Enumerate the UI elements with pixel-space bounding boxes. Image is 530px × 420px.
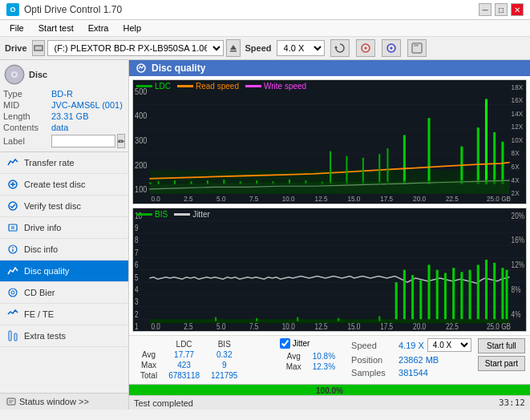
svg-rect-137	[477, 265, 479, 319]
svg-text:12.5: 12.5	[315, 322, 328, 331]
svg-marker-126	[149, 319, 509, 323]
disc-section: Disc Type BD-R MID JVC-AMS6L (001) Lengt…	[0, 60, 128, 152]
svg-text:0.0: 0.0	[151, 195, 160, 204]
svg-rect-66	[158, 181, 160, 184]
svg-text:20%: 20%	[512, 211, 524, 220]
close-button[interactable]: ✕	[511, 3, 524, 16]
nav-transfer-rate[interactable]: Transfer rate	[0, 152, 128, 174]
jitter-avg-val: 10.8%	[308, 352, 340, 361]
drive-info-icon	[6, 221, 19, 234]
refresh-button[interactable]	[330, 39, 350, 57]
progress-bar-container: 100.0%	[129, 384, 530, 395]
stats-col-bis: BIS	[206, 340, 242, 349]
speed-dropdown[interactable]: 4.0 X	[427, 338, 471, 352]
svg-text:18X: 18X	[512, 83, 524, 91]
svg-text:8: 8	[135, 236, 139, 244]
menu-file[interactable]: File	[3, 22, 30, 34]
svg-rect-77	[403, 135, 406, 184]
svg-point-24	[12, 247, 14, 248]
menu-help[interactable]: Help	[116, 22, 148, 34]
samples-row: Samples 381544	[351, 368, 471, 378]
read-speed-legend-label: Read speed	[196, 82, 239, 91]
jitter-checkbox[interactable]	[280, 338, 290, 349]
ldc-legend-label: LDC	[155, 82, 171, 91]
nav-items: Transfer rate Create test disc Verify te…	[0, 152, 128, 347]
nav-create-test-disc[interactable]: Create test disc	[0, 174, 128, 196]
speed-selector[interactable]: 4.0 X	[277, 40, 325, 56]
ldc-chart: LDC Read speed Write speed	[132, 79, 527, 204]
menu-extra[interactable]: Extra	[82, 22, 115, 34]
label-label: Label	[3, 136, 51, 146]
svg-text:10.0: 10.0	[282, 195, 295, 204]
disc-write-button[interactable]	[382, 39, 401, 57]
bis-legend-label: BIS	[155, 210, 168, 219]
start-part-button[interactable]: Start part	[478, 356, 525, 371]
transfer-rate-icon	[6, 156, 19, 169]
app-icon: O	[6, 3, 19, 16]
title-bar-controls: ─ □ ✕	[479, 3, 524, 16]
nav-disc-quality[interactable]: Disc quality	[0, 260, 128, 282]
type-value: BD-R	[51, 89, 125, 99]
ldc-chart-legend: LDC Read speed Write speed	[136, 82, 306, 91]
svg-text:4X: 4X	[512, 176, 520, 184]
disc-label-edit-button[interactable]: ✏	[117, 134, 125, 148]
main-content: Disc Type BD-R MID JVC-AMS6L (001) Lengt…	[0, 60, 530, 410]
svg-rect-127	[395, 282, 398, 319]
cd-bier-icon	[6, 286, 19, 299]
svg-rect-28	[9, 331, 11, 341]
jitter-legend-label: Jitter	[192, 210, 210, 219]
minimize-button[interactable]: ─	[479, 3, 492, 16]
svg-text:17.5: 17.5	[380, 195, 393, 204]
status-window-button[interactable]: Status window >>	[0, 393, 128, 410]
svg-text:7.5: 7.5	[249, 195, 258, 204]
nav-verify-test-disc[interactable]: Verify test disc	[0, 196, 128, 217]
speed-display-value: 4.19 X	[399, 341, 424, 350]
nav-disc-info-label: Disc info	[24, 244, 58, 254]
right-panel: Disc quality LDC Read speed	[129, 60, 530, 410]
svg-text:10X: 10X	[512, 135, 524, 144]
nav-disc-info[interactable]: Disc info	[0, 239, 128, 260]
nav-extra-tests[interactable]: Extra tests	[0, 325, 128, 347]
svg-rect-138	[485, 259, 488, 318]
jitter-checkbox-label[interactable]: Jitter	[280, 338, 342, 349]
svg-text:9: 9	[135, 224, 139, 232]
menu-start-test[interactable]: Start test	[32, 22, 80, 34]
disc-contents-row: Contents data	[3, 123, 125, 132]
disc-label-row: Label ✏	[3, 134, 125, 148]
charts-container: LDC Read speed Write speed	[129, 76, 530, 335]
bis-chart-svg: 10 9 8 7 6 5 4 3 2 1 20% 16% 12% 8% 4%	[133, 208, 526, 332]
svg-point-33	[137, 64, 145, 72]
eject-button[interactable]	[226, 39, 241, 57]
save-button[interactable]	[407, 39, 427, 57]
drive-label: Drive	[5, 43, 27, 53]
disc-read-button[interactable]	[356, 39, 375, 57]
disc-mid-row: MID JVC-AMS6L (001)	[3, 100, 125, 110]
svg-text:12X: 12X	[512, 123, 524, 131]
svg-text:8X: 8X	[512, 149, 520, 158]
svg-rect-30	[7, 398, 15, 405]
svg-text:20.0: 20.0	[413, 195, 426, 204]
drive-selector[interactable]: (F:) PLEXTOR BD-R PX-LB950SA 1.06	[47, 40, 224, 56]
menu-bar: File Start test Extra Help	[0, 20, 530, 37]
disc-length-row: Length 23.31 GB	[3, 111, 125, 121]
nav-cd-bier[interactable]: CD Bier	[0, 282, 128, 304]
status-window-label: Status window >>	[19, 397, 89, 406]
jitter-legend: Jitter	[174, 210, 210, 219]
svg-rect-144	[297, 317, 298, 321]
svg-text:16X: 16X	[512, 96, 524, 105]
contents-label: Contents	[3, 123, 51, 132]
nav-fe-te[interactable]: FE / TE	[0, 304, 128, 325]
svg-rect-81	[485, 99, 488, 184]
start-full-button[interactable]: Start full	[478, 338, 525, 353]
nav-drive-info[interactable]: Drive info	[0, 217, 128, 239]
svg-point-6	[364, 47, 366, 50]
svg-text:25.0 GB: 25.0 GB	[487, 195, 511, 204]
svg-text:6X: 6X	[512, 162, 520, 171]
write-speed-legend-color	[245, 85, 261, 87]
maximize-button[interactable]: □	[495, 3, 508, 16]
disc-label-input[interactable]	[51, 135, 115, 147]
contents-value: data	[51, 123, 125, 132]
start-buttons: Start full Start part	[478, 338, 525, 371]
stats-total-row: Total 6783118 121795	[136, 371, 242, 380]
svg-text:2: 2	[135, 309, 139, 318]
